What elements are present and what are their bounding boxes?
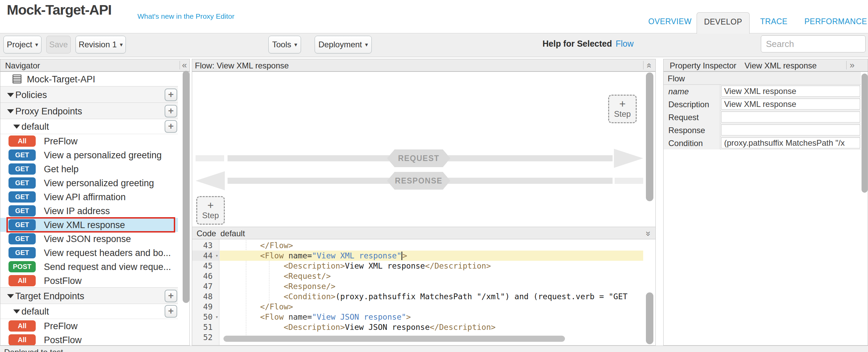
code-line-45[interactable]: <Description>View XML response</Descript… [220,261,643,271]
flow-title: Flow: View XML response [195,61,289,70]
code-line-48[interactable]: <Condition>(proxy.pathsuffix MatchesPath… [220,291,643,302]
request-bar-stub [196,155,224,161]
line-number-50: 50▾ [192,312,219,322]
navigator-flow-view-personalized-greeting[interactable]: GETView personalized greeting [0,176,178,190]
expand-up-icon[interactable]: » [643,63,654,68]
navigator-section-proxy-endpoints[interactable]: Proxy Endpoints+ [0,102,178,119]
status-bar: Deployed to test [0,346,868,352]
code-line-51[interactable]: <Description>View JSON response</Descrip… [220,322,643,332]
flow-panel: Flow: View XML response » REQUEST RESPON… [192,59,656,346]
add-button[interactable]: + [165,105,177,117]
code-tab-default[interactable]: default [220,229,245,238]
tab-develop[interactable]: DEVELOP [697,12,750,34]
add-button[interactable]: + [165,89,177,101]
navigator-flow-preflow[interactable]: AllPreFlow [0,134,178,148]
navigator-tree: Mock-Target-APIPolicies+Proxy Endpoints+… [0,72,190,345]
whats-new-link[interactable]: What's new in the Proxy Editor [137,12,234,20]
navigator-section-label: Proxy Endpoints [15,106,82,117]
method-badge: POST [9,261,36,272]
navigator-flow-view-a-personalized-greeting[interactable]: GETView a personalized greeting [0,148,178,162]
tab-overview[interactable]: OVERVIEW [648,17,692,26]
collapse-panel-icon[interactable]: « [182,60,187,70]
divider [180,61,180,69]
tools-button[interactable]: Tools ▾ [268,36,301,53]
code-line-44[interactable]: <Flow name="View XML response"> [220,251,643,261]
property-inspector-title: Property Inspector [670,61,736,70]
add-button[interactable]: + [165,120,177,133]
fold-icon[interactable]: ▾ [215,315,218,320]
navigator-flow-get-help[interactable]: GETGet help [0,162,178,176]
line-number-45: 45 [192,261,219,271]
fold-icon[interactable]: ▾ [215,253,218,258]
proxy-editor-app: Mock-Target-API What's new in the Proxy … [0,0,868,352]
tab-trace[interactable]: TRACE [760,17,787,26]
property-row-response: Response [664,124,861,137]
navigator-flow-send-request-and-view-reque[interactable]: POSTSend request and view reque... [0,260,178,274]
code-editor[interactable]: 4344▾454647484950▾5152 </Flow> <Flow nam… [192,239,655,345]
navigator-flow-preflow[interactable]: AllPreFlow [0,319,178,333]
search-input[interactable] [761,35,866,52]
help-flow-link[interactable]: Flow [616,39,634,49]
add-step-button-response[interactable]: + Step [196,196,225,225]
deployment-status-text: Deployed to test [4,348,63,352]
property-value-input[interactable]: View XML response [721,85,860,97]
navigator-flow-view-request-headers-and-bo[interactable]: GETView request headers and bo... [0,246,178,260]
code-line-46[interactable]: <Request/> [220,271,643,281]
add-button[interactable]: + [165,290,177,302]
property-value-input[interactable] [721,124,860,135]
api-bundle-icon [13,75,21,83]
navigator-flow-label: Get help [44,164,79,175]
expand-panel-icon[interactable]: » [850,60,854,70]
caret-down-icon[interactable] [7,93,14,97]
property-inspector-header: Property Inspector View XML response » [664,59,868,72]
navigator-section-policies[interactable]: Policies+ [0,86,178,103]
navigator-section-default[interactable]: default+ [0,119,178,134]
navigator-item-label: Mock-Target-API [27,74,95,85]
save-button[interactable]: Save [46,36,71,53]
request-arrowhead-icon [614,149,643,168]
flow-scrollbar[interactable] [646,73,653,201]
caret-down-icon[interactable] [13,125,20,129]
add-step-button-request[interactable]: + Step [608,95,637,123]
method-badge: GET [9,149,36,161]
navigator-flow-view-json-response[interactable]: GETView JSON response [0,232,178,246]
code-line-50[interactable]: <Flow name="View JSON response"> [220,312,643,322]
navigator-header: Navigator « [0,59,189,72]
code-gutter: 4344▾454647484950▾5152 [192,239,219,345]
navigator-flow-label: PreFlow [44,136,78,147]
plus-icon: + [197,200,224,211]
caret-down-icon[interactable] [7,109,14,113]
code-line-49[interactable]: </Flow> [220,302,643,312]
tab-performance[interactable]: PERFORMANCE [804,17,867,26]
code-scrollbar[interactable] [646,292,653,344]
expand-down-icon[interactable]: » [643,231,654,236]
property-value-input[interactable]: (proxy.pathsuffix MatchesPath "/x [721,137,860,148]
navigator-scrollbar[interactable] [183,71,189,303]
revision-button[interactable]: Revision 1 ▾ [76,36,126,53]
project-button[interactable]: Project ▾ [3,36,41,53]
code-horizontal-scrollbar[interactable] [223,336,565,342]
navigator-item-mock-target-api[interactable]: Mock-Target-API [0,72,178,86]
deployment-button[interactable]: Deployment ▾ [315,36,372,53]
navigator-section-default[interactable]: default+ [0,304,178,319]
caret-down-icon[interactable] [7,294,14,298]
line-number-44: 44▾ [192,251,219,261]
navigator-flow-postflow[interactable]: AllPostFlow [0,274,178,288]
property-value-input[interactable]: View XML response [721,98,860,110]
property-inspector-panel: Property Inspector View XML response » F… [663,59,868,346]
code-line-47[interactable]: <Response/> [220,281,643,291]
method-badge: GET [9,177,36,189]
navigator-flow-view-xml-response[interactable]: GETView XML response [0,218,178,232]
caret-down-icon[interactable] [13,309,20,314]
navigator-flow-postflow[interactable]: AllPostFlow [0,333,178,345]
navigator-section-target-endpoints[interactable]: Target Endpoints+ [0,287,178,304]
property-label: name [664,85,720,98]
code-line-43[interactable]: </Flow> [220,240,643,251]
navigator-flow-view-ip-address[interactable]: GETView IP address [0,204,178,218]
add-button[interactable]: + [165,305,177,318]
property-value-input[interactable] [721,111,860,123]
property-inspector-scrollbar[interactable] [862,74,868,193]
property-inspector-subtitle: View XML response [745,61,817,70]
navigator-flow-view-api-affirmation[interactable]: GETView API affirmation [0,190,178,204]
property-row-request: Request [664,111,861,124]
